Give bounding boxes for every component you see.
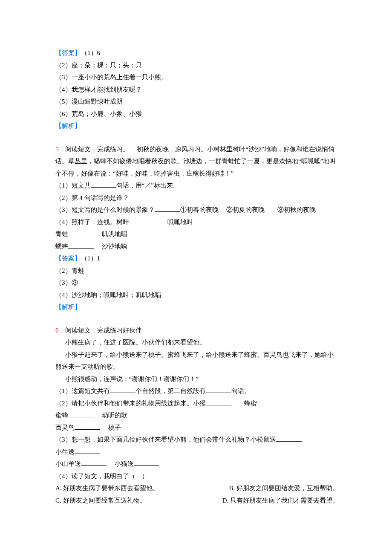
blank[interactable] [68,242,94,249]
q4-answer-line1: 【答案】（1）6 [55,47,339,59]
blank[interactable] [75,447,100,454]
q4-a1: （1）6 [81,49,100,56]
blank[interactable] [206,399,231,405]
blank[interactable] [155,205,180,212]
q6-optB: B. 好朋友之间要团结友爱，互相帮助。 [229,482,339,494]
analysis-label: 【解析】 [55,304,81,310]
q6-part3-line2: 小牛送 [55,446,339,458]
q6-part2-line1: （2）请把小伙伴和他们带来的礼物用线连起来。小猴 蜂蜜 [55,397,339,410]
q6-para3: 小熊很感动，连声说：“谢谢你们！谢谢你们！” [55,373,339,385]
answer-label: 【答案】 [55,255,81,262]
q5-part1: （1）短文共句话，用“／”标出来。 [55,179,339,192]
q5-stem-text: 阅读短文，完成练习。 初秋的夜晚，凉风习习。小树林里树叶“沙沙”地响，好像和谁在… [55,146,336,177]
blank[interactable] [110,386,135,393]
q5-answer-line1: 【答案】（1）1 [55,252,339,265]
q5-a1: （1）1 [81,255,100,262]
blank[interactable] [206,386,231,393]
q4-a6: （6）荒岛；小鹿、小象、小猴 [55,108,339,120]
blank[interactable] [129,217,155,224]
q6-options-row2: C. 好朋友之间要经常互送礼物。 D. 只有好朋友生病了我们才需要去看望。 [55,494,339,507]
q6-para1: 小熊生病了，住进了医院。小伙伴们都来看望他。 [55,336,339,349]
analysis-label: 【解析】 [55,122,81,129]
q6-part3-line3: 小山羊送 小猫送 [55,458,339,470]
q5-part2: （2）第 4 句话写的是谁？ [55,192,339,204]
answer-label: 【答案】 [55,49,81,56]
q6-optA: A. 好朋友生病了要带东西去看望他。 [55,482,159,494]
q6-number: 6． [55,327,65,334]
blank[interactable] [91,181,116,188]
q4-a3: （3）一座小小的荒岛上住着一只小熊。 [55,71,339,84]
q4-a2: （2）座；朵；棵；只；头；只 [55,59,339,72]
blank[interactable] [75,423,100,430]
blank[interactable] [81,459,107,466]
q4-a5: （5）漫山遍野绿叶成阴 [55,95,339,108]
q5-part4-line3: 蟋蟀 沙沙地响 [55,240,339,253]
q6-part4: （4）读了短文，我明白了（ ） [55,470,339,483]
blank[interactable] [68,410,94,417]
q6-part2-line3: 百灵鸟 桃子 [55,422,339,434]
q5-part3: （3）短文写的是什么时候的景象？①初春的夜晚 ②初夏的夜晚 ③初秋的夜晚 [55,204,339,216]
blank[interactable] [134,459,159,466]
q5-part4-line2: 青蛙 叽叽地唱 [55,228,339,240]
q5-stem: 5．阅读短文，完成练习。 初秋的夜晚，凉风习习。小树林里树叶“沙沙”地响，好像和… [55,143,339,180]
q6-para2: 小猴子赶来了，给小熊送来了桃子。蜜蜂飞来了，给小熊送来了蜂蜜。百灵鸟也飞来了，她… [55,349,339,373]
q6-optD: D. 只有好朋友生病了我们才需要去看望。 [222,494,339,507]
q6-part3-line1: （3）想一想，如果下面几位好伙伴来看望小熊，他们会带什么礼物？小松鼠送 [55,434,339,446]
blank[interactable] [68,229,94,236]
q6-part1: （1）这篇短文共有个自然段，第二自然段有句话。 [55,385,339,397]
q5-a3: （3）③ [55,277,339,289]
q5-a2: （2）青蛙 [55,265,339,277]
q6-head: 6．阅读短文，完成练习好伙伴 [55,324,339,337]
q6-optC: C. 好朋友之间要经常互送礼物。 [55,494,146,507]
q5-a4: （4）沙沙地响；呱呱地叫；叽叽地唱 [55,289,339,301]
q6-stem-head: 阅读短文，完成练习好伙伴 [65,327,142,334]
q4-a4: （4）我怎样才能找到朋友呢？ [55,84,339,96]
q5-number: 5． [55,146,65,153]
q5-analysis: 【解析】 [55,301,339,313]
q4-analysis: 【解析】 [55,120,339,132]
q5-part4-line1: （4）照样子，连线。树叶 呱呱地叫 [55,216,339,228]
blank[interactable] [276,435,302,442]
q6-options-row1: A. 好朋友生病了要带东西去看望他。 B. 好朋友之间要团结友爱，互相帮助。 [55,482,339,494]
q6-part2-line2: 蜜蜂 动听的歌 [55,409,339,422]
